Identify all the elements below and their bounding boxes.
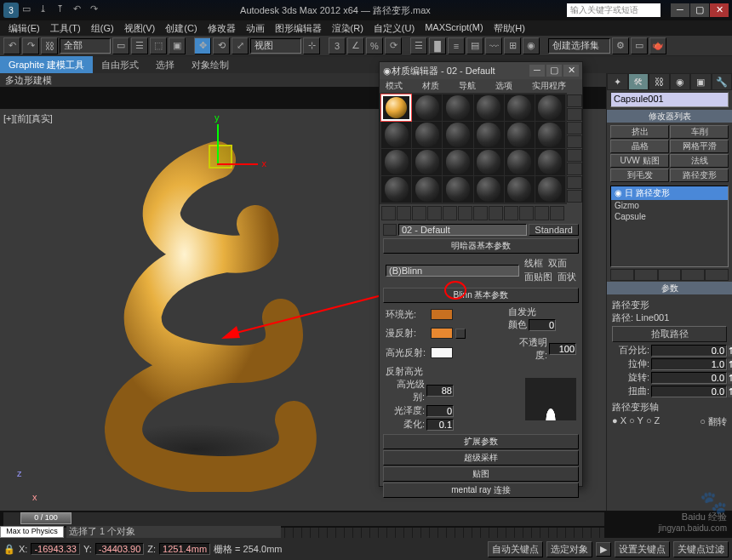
mat-menu-material[interactable]: 材质(M) [418, 79, 455, 93]
menu-customize[interactable]: 自定义(U) [369, 20, 420, 36]
close-button[interactable]: ✕ [710, 3, 729, 17]
save-icon[interactable]: ⤒ [56, 3, 70, 17]
shader-dropdown[interactable]: (B)Blinn [386, 265, 519, 277]
diffuse-swatch[interactable] [431, 328, 453, 339]
stretch-spinner[interactable]: 1.0 [651, 358, 727, 370]
params-rollout[interactable]: 参数 [607, 282, 732, 294]
sample-slot[interactable] [474, 122, 504, 148]
menu-edit[interactable]: 编辑(E) [3, 20, 45, 36]
sample-slot[interactable] [412, 94, 442, 121]
snap-icon[interactable]: 3 [329, 37, 346, 54]
mat-close-button[interactable]: ✕ [563, 65, 579, 77]
mat-id-icon[interactable] [489, 206, 503, 220]
mat-max-button[interactable]: ▢ [546, 65, 562, 77]
display-tab-icon[interactable]: ▣ [690, 73, 712, 90]
named-set-icon[interactable]: ☰ [410, 37, 427, 54]
diffuse-map-button[interactable] [455, 329, 466, 339]
move-button[interactable]: ✥ [194, 37, 211, 54]
mod-btn-lathe[interactable]: 车削 [670, 125, 729, 139]
mat-menu-options[interactable]: 选项(O) [491, 79, 528, 93]
setkey-button[interactable]: 设置关键点 [615, 541, 670, 557]
pivot-icon[interactable]: ⊹ [303, 37, 320, 54]
rect-select-icon[interactable]: ⬚ [150, 37, 167, 54]
make-unique-icon[interactable] [658, 269, 682, 281]
new-icon[interactable]: ▭ [22, 3, 36, 17]
extended-rollout[interactable]: 扩展参数 [383, 434, 579, 449]
menu-view[interactable]: 视图(V) [119, 20, 161, 36]
sample-slot[interactable] [474, 176, 504, 203]
render-setup-button[interactable]: ⚙ [612, 37, 629, 54]
y-axis-icon[interactable] [217, 124, 219, 165]
video-check-icon[interactable] [567, 149, 582, 162]
link-button[interactable]: ⛓ [41, 37, 58, 54]
help-search[interactable]: 输入关键字或短语 [567, 3, 661, 17]
sample-slot[interactable] [474, 149, 504, 175]
selfillum-spinner[interactable]: 0 [529, 319, 556, 331]
menu-create[interactable]: 创建(C) [160, 20, 202, 36]
material-editor-titlebar[interactable]: ◉ 材质编辑器 - 02 - Default ─ ▢ ✕ [380, 62, 582, 79]
utilities-tab-icon[interactable]: 🔧 [712, 73, 733, 90]
create-tab-icon[interactable]: ✦ [607, 73, 628, 90]
sample-slot[interactable] [505, 149, 535, 175]
assign-to-selection-icon[interactable] [412, 206, 426, 220]
hierarchy-tab-icon[interactable]: ⛓ [649, 73, 670, 90]
maxscript-listener[interactable]: Max to Physics [0, 526, 64, 538]
blinn-rollout-header[interactable]: Blinn 基本参数 [383, 288, 579, 303]
mod-btn-extrude[interactable]: 挤出 [610, 125, 669, 139]
rotate-button[interactable]: ⟲ [213, 37, 230, 54]
background-icon[interactable] [567, 122, 582, 134]
viewport-label[interactable]: [+][前][真实] [3, 112, 53, 125]
coord-x[interactable]: -16943.33 [31, 543, 80, 555]
opacity-spinner[interactable]: 100 [549, 343, 576, 355]
select-by-mat-icon[interactable] [567, 190, 582, 203]
sample-slot[interactable] [505, 122, 535, 148]
sample-slot[interactable] [412, 122, 442, 148]
sample-slot[interactable] [535, 94, 565, 121]
mod-btn-meshsmooth[interactable]: 网格平滑 [670, 140, 729, 153]
play-button[interactable]: ▶ [596, 542, 611, 557]
soften-spinner[interactable]: 0.1 [426, 419, 454, 431]
ref-coord-dropdown[interactable]: 视图 [250, 38, 301, 54]
pin-stack-icon[interactable] [610, 269, 634, 281]
sample-slot[interactable] [381, 122, 411, 148]
material-type-button[interactable]: Standard [529, 224, 579, 236]
mod-btn-hair[interactable]: 到毛发 [610, 169, 669, 182]
sample-slot[interactable] [443, 122, 472, 148]
align-button[interactable]: ≡ [448, 37, 465, 54]
uv-tile-icon[interactable] [567, 135, 582, 148]
selfillum-color-checkbox[interactable]: 颜色 [508, 318, 527, 331]
show-end-icon[interactable] [519, 206, 534, 220]
pick-path-button[interactable]: 拾取路径 [612, 326, 727, 342]
mod-btn-pathdeform[interactable]: 路径变形 [670, 169, 729, 182]
axis-y-radio[interactable]: Y [629, 415, 643, 428]
modify-tab-icon[interactable]: 🛠 [628, 73, 649, 90]
spinner-snap-icon[interactable]: ⟳ [385, 37, 402, 54]
redo-button[interactable]: ↷ [22, 37, 39, 54]
stack-gizmo[interactable]: Gizmo [611, 200, 728, 211]
sample-slot[interactable] [535, 122, 565, 148]
layer-icon[interactable]: ▤ [466, 37, 483, 54]
material-editor-button[interactable]: ◉ [523, 37, 540, 54]
menu-group[interactable]: 组(G) [86, 20, 119, 36]
sample-slot[interactable] [443, 94, 472, 121]
menu-render[interactable]: 渲染(R) [327, 20, 369, 36]
mod-btn-normal[interactable]: 法线 [670, 154, 729, 168]
put-to-lib-icon[interactable] [473, 206, 488, 220]
face-map-checkbox[interactable]: 面贴图 [524, 271, 552, 283]
put-to-scene-icon[interactable] [397, 206, 411, 220]
time-slider[interactable]: 0 / 100 [3, 512, 604, 526]
options-icon[interactable] [567, 176, 582, 189]
minimize-button[interactable]: ─ [671, 3, 689, 17]
render-preset-dropdown[interactable]: 创建选择集 [548, 38, 610, 54]
undo-icon[interactable]: ↶ [73, 3, 87, 17]
axis-x-radio[interactable]: X [612, 415, 626, 428]
time-knob[interactable]: 0 / 100 [20, 512, 71, 524]
go-sibling-icon[interactable] [550, 206, 564, 220]
coord-z[interactable]: 1251.4mm [159, 543, 210, 555]
preview-icon[interactable] [567, 163, 582, 175]
show-end-result-icon[interactable] [634, 269, 658, 281]
mat-menu-utils[interactable]: 实用程序(U) [528, 79, 580, 93]
wire-checkbox[interactable]: 线框 [524, 257, 543, 270]
coord-y[interactable]: -34403.90 [95, 543, 145, 555]
motion-tab-icon[interactable]: ◉ [670, 73, 691, 90]
